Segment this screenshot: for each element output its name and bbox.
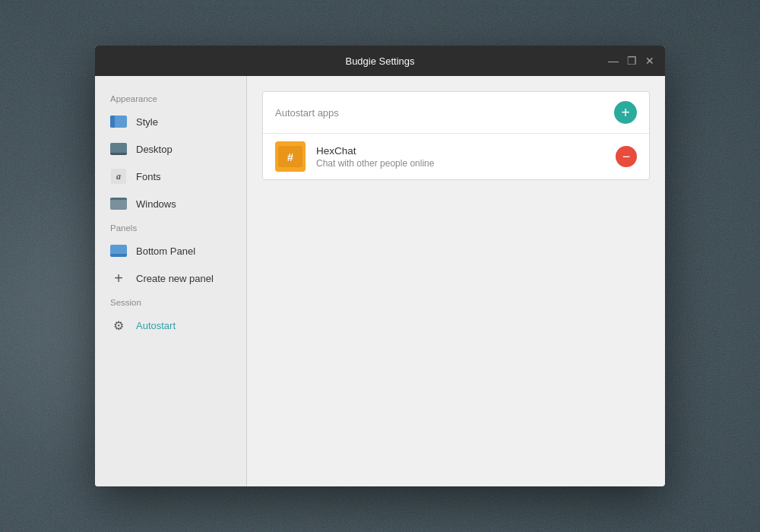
sidebar-item-bottom-panel[interactable]: Bottom Panel: [95, 237, 246, 264]
sidebar-item-create-panel-label: Create new panel: [136, 273, 214, 284]
plus-icon: +: [110, 270, 127, 287]
window-controls: — ❐ ✕: [607, 55, 656, 67]
panels-section-label: Panels: [95, 217, 246, 237]
panel-icon: [110, 242, 127, 259]
main-content: Autostart apps + # HexChat Chat with oth…: [247, 76, 665, 486]
session-section-label: Session: [95, 292, 246, 312]
app-description: Chat with other people online: [316, 158, 605, 169]
add-autostart-button[interactable]: +: [614, 101, 637, 124]
autostart-title: Autostart apps: [275, 107, 339, 119]
app-info: HexChat Chat with other people online: [316, 145, 605, 169]
fonts-icon: a: [110, 168, 127, 185]
app-icon-inner: #: [278, 146, 302, 167]
settings-window: Budgie Settings — ❐ ✕ Appearance Style D: [95, 46, 665, 486]
sidebar-item-desktop[interactable]: Desktop: [95, 135, 246, 163]
sidebar-item-fonts[interactable]: a Fonts: [95, 163, 246, 190]
sidebar-item-windows[interactable]: Windows: [95, 190, 246, 217]
sidebar-item-fonts-label: Fonts: [136, 171, 161, 182]
window-title: Budgie Settings: [345, 55, 414, 67]
content-area: Appearance Style Desktop a Fonts: [95, 76, 665, 486]
appearance-section-label: Appearance: [95, 88, 246, 108]
windows-icon: [110, 195, 127, 212]
app-name: HexChat: [316, 145, 605, 157]
sidebar-item-autostart[interactable]: ⚙ Autostart: [95, 312, 246, 339]
app-row: # HexChat Chat with other people online …: [263, 134, 649, 179]
maximize-button[interactable]: ❐: [625, 55, 638, 67]
close-button[interactable]: ✕: [644, 55, 656, 67]
sidebar: Appearance Style Desktop a Fonts: [95, 76, 247, 486]
sidebar-item-style[interactable]: Style: [95, 108, 246, 135]
sidebar-item-windows-label: Windows: [136, 198, 176, 210]
minimize-button[interactable]: —: [607, 55, 619, 67]
sidebar-item-style-label: Style: [136, 116, 158, 128]
app-icon: #: [275, 141, 306, 172]
remove-app-button[interactable]: −: [616, 146, 637, 167]
autostart-panel: Autostart apps + # HexChat Chat with oth…: [262, 91, 650, 180]
style-icon: [110, 113, 127, 130]
sidebar-item-bottom-panel-label: Bottom Panel: [136, 245, 195, 257]
sidebar-item-create-panel[interactable]: + Create new panel: [95, 264, 246, 292]
titlebar: Budgie Settings — ❐ ✕: [95, 46, 665, 76]
gear-icon: ⚙: [110, 317, 127, 334]
desktop-icon: [110, 141, 127, 157]
sidebar-item-autostart-label: Autostart: [136, 320, 176, 331]
autostart-header: Autostart apps +: [263, 92, 649, 134]
sidebar-item-desktop-label: Desktop: [136, 144, 173, 155]
